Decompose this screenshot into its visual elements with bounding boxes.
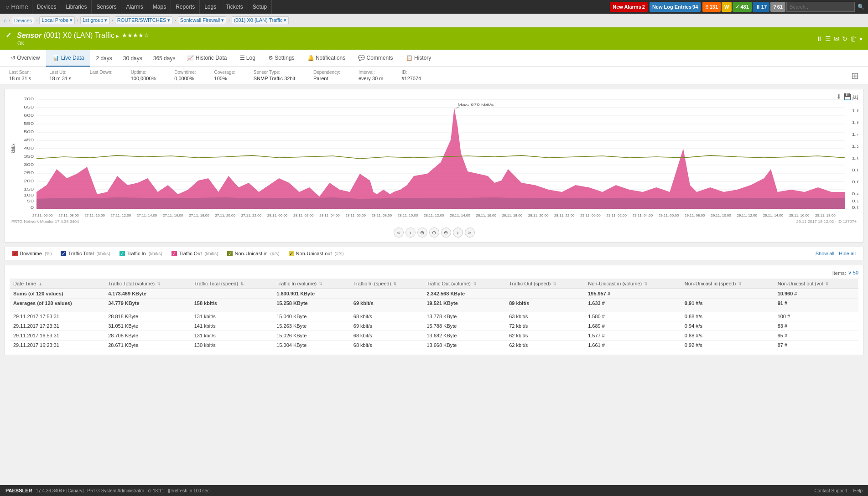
new-alarms-count: 2 xyxy=(642,4,645,10)
table-summary-row: Averages (of 120 values) 34.779 KByte 15… xyxy=(10,299,858,308)
nav-libraries[interactable]: Libraries xyxy=(61,0,92,14)
sensor-stars[interactable]: ★★★★☆ xyxy=(122,32,149,39)
tab-overview[interactable]: ↺ Overview xyxy=(5,50,46,67)
ok-badge[interactable]: ✓ 481 xyxy=(733,2,751,12)
nav-setup[interactable]: Setup xyxy=(248,0,272,14)
nav-logs[interactable]: Logs xyxy=(200,0,221,14)
pause-button[interactable]: ⏸ xyxy=(816,35,822,42)
chart-nav-zoom-in[interactable]: ⊕ xyxy=(417,227,427,238)
chart-download-icon[interactable]: ⬇ xyxy=(836,93,842,100)
legend-non-unicast-out-checkbox[interactable]: ✓ xyxy=(289,251,294,256)
chart-nav-last[interactable]: » xyxy=(465,227,475,238)
tab-2days[interactable]: 2 days xyxy=(90,50,117,67)
nav-maps[interactable]: Maps xyxy=(148,0,171,14)
chart-save-icon[interactable]: 💾 xyxy=(843,93,851,100)
home-logo[interactable]: ○ Home xyxy=(2,0,32,14)
table-row: 29.11.2017 16:53:31 28.708 KByte 131 kbi… xyxy=(10,331,858,341)
show-all-link[interactable]: Show all xyxy=(816,251,835,256)
qr-icon[interactable]: ⊞ xyxy=(851,70,859,81)
nav-tickets[interactable]: Tickets xyxy=(221,0,248,14)
col-tt-spd[interactable]: Traffic Total (speed) ⇅ xyxy=(191,279,273,289)
legend-traffic-total: ✓ Traffic Total (kbit/s) xyxy=(61,251,110,256)
nav-reports[interactable]: Reports xyxy=(171,0,200,14)
breadcrumb-sensor[interactable]: (001) X0 (LAN) Traffic ▾ xyxy=(232,16,289,24)
col-nui-vol[interactable]: Non-Unicast in (volume) ⇅ xyxy=(584,279,681,289)
svg-text:1,0: 1,0 xyxy=(852,156,858,160)
legend-traffic-in-checkbox[interactable]: ✓ xyxy=(120,251,125,256)
legend-traffic-out: ✓ Traffic Out (kbit/s) xyxy=(172,251,218,256)
warning-badge[interactable]: W xyxy=(722,2,732,12)
tab-live-data[interactable]: 📊 Live Data xyxy=(46,50,90,67)
col-to-vol[interactable]: Traffic Out (volume) ⇅ xyxy=(423,279,505,289)
legend-non-unicast-in-checkbox[interactable]: ✓ xyxy=(227,251,233,256)
legend-downtime-label: Downtime xyxy=(20,251,42,256)
svg-text:300: 300 xyxy=(24,162,34,167)
search-icon[interactable]: 🔍 xyxy=(858,4,864,10)
chart-expand-icon[interactable]: ⊞ xyxy=(853,93,858,100)
svg-text:1,8: 1,8 xyxy=(852,108,858,113)
chart-nav-reset[interactable]: ⊙ xyxy=(429,227,439,238)
svg-text:0,8: 0,8 xyxy=(852,168,858,172)
chart-legend: ✓ Downtime (%) ✓ Traffic Total (kbit/s) … xyxy=(5,247,863,260)
breadcrumb-devices[interactable]: Devices xyxy=(12,17,34,24)
table-row: 29.11.2017 17:53:31 28.818 KByte 131 kbi… xyxy=(10,312,858,321)
legend-traffic-out-checkbox[interactable]: ✓ xyxy=(172,251,177,256)
unknown-badge[interactable]: ? 61 xyxy=(770,2,785,12)
svg-text:450: 450 xyxy=(24,138,34,142)
svg-text:200: 200 xyxy=(24,179,34,183)
id-info: ID: #127074 xyxy=(401,70,421,81)
refresh-button[interactable]: ↻ xyxy=(842,35,847,42)
tab-historic[interactable]: 📈 Historic Data xyxy=(181,50,233,67)
col-ti-vol[interactable]: Traffic In (volume) ⇅ xyxy=(273,279,350,289)
breadcrumb-home[interactable]: ⌂ xyxy=(4,18,7,23)
critical-badge[interactable]: !! 131 xyxy=(702,2,721,12)
items-dropdown[interactable]: ∨ 50 xyxy=(848,270,858,276)
col-datetime[interactable]: Date Time ▲ xyxy=(10,279,104,289)
legend-downtime-checkbox[interactable]: ✓ xyxy=(12,251,18,256)
col-to-spd[interactable]: Traffic Out (speed) ⇅ xyxy=(505,279,584,289)
nav-sensors[interactable]: Sensors xyxy=(92,0,121,14)
legend-traffic-in-label: Traffic In xyxy=(127,251,146,256)
breadcrumb-local-probe[interactable]: Local Probe ▾ xyxy=(39,16,75,24)
email-button[interactable]: ✉ xyxy=(834,35,839,42)
delete-button[interactable]: 🗑 xyxy=(850,35,857,42)
legend-traffic-total-label: Traffic Total xyxy=(68,251,94,256)
tab-notifications[interactable]: 🔔 Notifications xyxy=(301,50,352,67)
new-log-badge[interactable]: New Log Entries 94 xyxy=(650,2,701,12)
new-alarms-badge[interactable]: New Alarms 2 xyxy=(610,2,648,12)
list-button[interactable]: ☰ xyxy=(825,35,831,42)
hide-all-link[interactable]: Hide all xyxy=(839,251,856,256)
table-summary-row: Sums (of 120 values) 4.173.469 KByte 1.8… xyxy=(10,289,858,299)
tab-comments[interactable]: 💬 Comments xyxy=(352,50,399,67)
breadcrumb-sonicwall[interactable]: Sonicwall Firewall ▾ xyxy=(178,16,226,24)
chart-nav-first[interactable]: « xyxy=(394,227,404,238)
coverage-info: Coverage: 100% xyxy=(214,70,235,81)
legend-traffic-total-checkbox[interactable]: ✓ xyxy=(61,251,66,256)
col-nui-spd[interactable]: Non-Unicast in (speed) ⇅ xyxy=(681,279,774,289)
more-button[interactable]: ▾ xyxy=(859,35,863,42)
col-tt-vol[interactable]: Traffic Total (volume) ⇅ xyxy=(104,279,191,289)
breadcrumb-1st-group[interactable]: 1st group ▾ xyxy=(80,16,110,24)
tab-30days[interactable]: 30 days xyxy=(118,50,148,67)
chart-nav-prev[interactable]: ‹ xyxy=(405,227,416,238)
svg-text:Max: 670 kbit/s: Max: 670 kbit/s xyxy=(457,103,494,107)
chart-nav-zoom-out[interactable]: ⊖ xyxy=(441,227,451,238)
chart-nav-next[interactable]: › xyxy=(453,227,463,238)
pause-badge[interactable]: ⏸ 17 xyxy=(753,2,769,12)
legend-non-unicast-in: ✓ Non-Unicast in (#/s) xyxy=(227,251,279,256)
col-nuo-vol[interactable]: Non-Unicast out (vol ⇅ xyxy=(774,279,858,289)
col-ti-spd[interactable]: Traffic In (speed) ⇅ xyxy=(350,279,423,289)
search-input[interactable] xyxy=(786,2,855,12)
nav-alarms[interactable]: Alarms xyxy=(121,0,148,14)
last-scan-info: Last Scan: 18 m 31 s xyxy=(9,70,31,81)
tab-log[interactable]: ☰ Log xyxy=(234,50,262,67)
breadcrumb-router-switches[interactable]: ROUTER/SWITCHES ▾ xyxy=(115,16,173,24)
sensor-type-info: Sensor Type: SNMP Traffic 32bit xyxy=(254,70,295,81)
tab-settings[interactable]: ⚙ Settings xyxy=(262,50,301,67)
tab-365days[interactable]: 365 days xyxy=(148,50,181,67)
nav-devices[interactable]: Devices xyxy=(32,0,62,14)
tab-history[interactable]: 📋 History xyxy=(400,50,438,67)
svg-text:kbit/s: kbit/s xyxy=(10,144,16,153)
svg-text:1,4: 1,4 xyxy=(852,132,858,137)
legend-traffic-in: ✓ Traffic In (kbit/s) xyxy=(120,251,162,256)
